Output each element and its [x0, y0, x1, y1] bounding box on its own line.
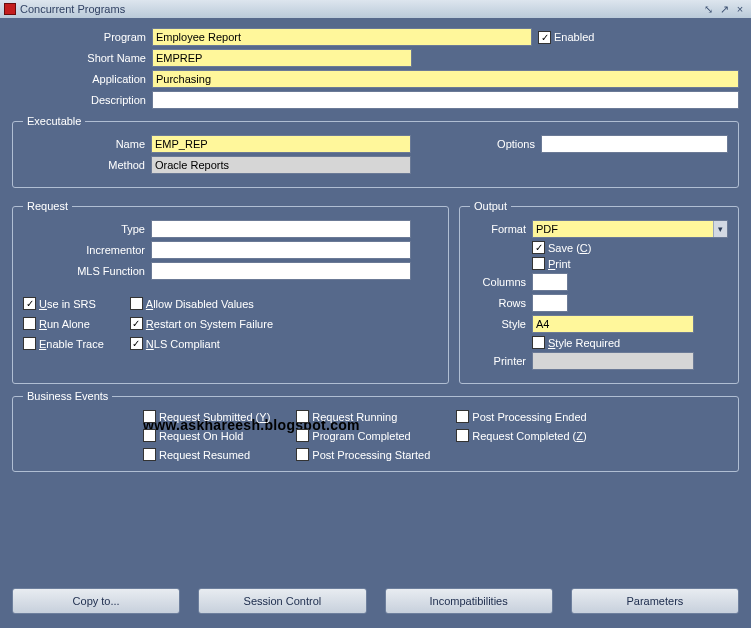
req-submitted-label: Request Submitted (Y) — [159, 411, 270, 423]
incompatibilities-button[interactable]: Incompatibilities — [385, 588, 553, 614]
post-started-label: Post Processing Started — [312, 449, 430, 461]
use-in-srs-checkbox[interactable]: ✓ — [23, 297, 36, 310]
enable-trace-checkbox[interactable] — [23, 337, 36, 350]
req-onhold-checkbox[interactable] — [143, 429, 156, 442]
rows-input[interactable] — [532, 294, 568, 312]
req-onhold-label: Request On Hold — [159, 430, 243, 442]
format-select[interactable] — [532, 220, 728, 238]
program-input[interactable] — [152, 28, 532, 46]
enabled-checkbox[interactable]: ✓ — [538, 31, 551, 44]
save-label: Save (C) — [548, 242, 591, 254]
minimize-icon[interactable]: ⤡ — [701, 2, 715, 16]
restart-label: Restart on System Failure — [146, 318, 273, 330]
print-label: Print — [548, 258, 571, 270]
req-running-label: Request Running — [312, 411, 397, 423]
prog-completed-label: Program Completed — [312, 430, 410, 442]
req-completed-label: Request Completed (Z) — [472, 430, 586, 442]
enable-trace-label: Enable Trace — [39, 338, 104, 350]
use-in-srs-label: Use in SRS — [39, 298, 96, 310]
nls-checkbox[interactable]: ✓ — [130, 337, 143, 350]
output-group: Output Format ▾ ✓Save (C) Print Columns — [459, 200, 739, 384]
exec-name-label: Name — [23, 138, 151, 150]
titlebar: Concurrent Programs ⤡ ↗ × — [0, 0, 751, 18]
printer-label: Printer — [470, 355, 532, 367]
application-input[interactable] — [152, 70, 739, 88]
request-group: Request Type Incrementor MLS Function ✓U… — [12, 200, 449, 384]
application-label: Application — [12, 73, 152, 85]
format-label: Format — [470, 223, 532, 235]
parameters-button[interactable]: Parameters — [571, 588, 739, 614]
columns-label: Columns — [470, 276, 532, 288]
nls-label: NLS Compliant — [146, 338, 220, 350]
copy-to-button[interactable]: Copy to... — [12, 588, 180, 614]
exec-name-input[interactable] — [151, 135, 411, 153]
req-resumed-label: Request Resumed — [159, 449, 250, 461]
print-checkbox[interactable] — [532, 257, 545, 270]
req-submitted-checkbox[interactable] — [143, 410, 156, 423]
style-label: Style — [470, 318, 532, 330]
description-label: Description — [12, 94, 152, 106]
req-running-checkbox[interactable] — [296, 410, 309, 423]
incrementor-label: Incrementor — [23, 244, 151, 256]
rows-label: Rows — [470, 297, 532, 309]
allow-disabled-checkbox[interactable] — [130, 297, 143, 310]
req-completed-checkbox[interactable] — [456, 429, 469, 442]
post-started-checkbox[interactable] — [296, 448, 309, 461]
main-content: Program ✓ Enabled Short Name Application… — [0, 18, 751, 628]
columns-input[interactable] — [532, 273, 568, 291]
executable-group: Executable Name Options Method — [12, 115, 739, 188]
executable-legend: Executable — [23, 115, 85, 127]
restart-checkbox[interactable]: ✓ — [130, 317, 143, 330]
run-alone-label: Run Alone — [39, 318, 90, 330]
maximize-icon[interactable]: ↗ — [717, 2, 731, 16]
close-icon[interactable]: × — [733, 2, 747, 16]
oracle-icon — [4, 3, 16, 15]
type-label: Type — [23, 223, 151, 235]
window: Concurrent Programs ⤡ ↗ × Program ✓ Enab… — [0, 0, 751, 628]
post-ended-label: Post Processing Ended — [472, 411, 586, 423]
business-events-group: Business Events Request Submitted (Y) Re… — [12, 390, 739, 472]
exec-method-label: Method — [23, 159, 151, 171]
enabled-label: Enabled — [554, 31, 594, 43]
request-legend: Request — [23, 200, 72, 212]
output-legend: Output — [470, 200, 511, 212]
style-input[interactable] — [532, 315, 694, 333]
prog-completed-checkbox[interactable] — [296, 429, 309, 442]
incrementor-input[interactable] — [151, 241, 411, 259]
window-title: Concurrent Programs — [20, 3, 701, 15]
mls-input[interactable] — [151, 262, 411, 280]
chevron-down-icon[interactable]: ▾ — [713, 221, 727, 237]
mls-label: MLS Function — [23, 265, 151, 277]
program-label: Program — [12, 31, 152, 43]
short-name-input[interactable] — [152, 49, 412, 67]
req-resumed-checkbox[interactable] — [143, 448, 156, 461]
short-name-label: Short Name — [12, 52, 152, 64]
style-required-checkbox[interactable] — [532, 336, 545, 349]
exec-method-input — [151, 156, 411, 174]
exec-options-input[interactable] — [541, 135, 728, 153]
session-control-button[interactable]: Session Control — [198, 588, 366, 614]
business-events-legend: Business Events — [23, 390, 112, 402]
run-alone-checkbox[interactable] — [23, 317, 36, 330]
printer-input — [532, 352, 694, 370]
save-checkbox[interactable]: ✓ — [532, 241, 545, 254]
style-required-label: Style Required — [548, 337, 620, 349]
allow-disabled-label: Allow Disabled Values — [146, 298, 254, 310]
post-ended-checkbox[interactable] — [456, 410, 469, 423]
description-input[interactable] — [152, 91, 739, 109]
exec-options-label: Options — [411, 138, 541, 150]
type-input[interactable] — [151, 220, 411, 238]
